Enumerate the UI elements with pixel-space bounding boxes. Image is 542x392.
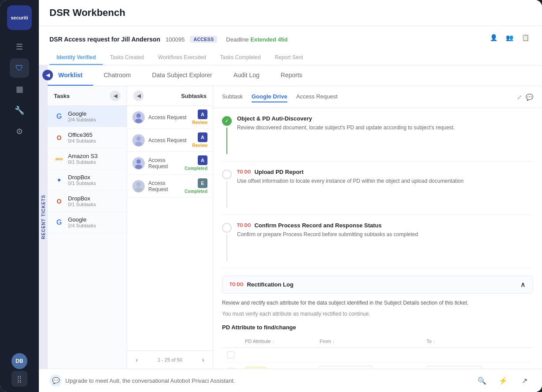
task-name-office365: Office365 (68, 132, 120, 138)
tasks-column-header: Tasks ◀ (48, 86, 127, 106)
col-to: To ↓ (421, 335, 533, 348)
table-row-email: Email my@email.co (222, 362, 533, 369)
dashboard-icon[interactable]: ▦ (10, 79, 29, 99)
dsr-panel: DSR Access request for Jill Anderson 100… (39, 26, 542, 65)
expand-icon[interactable]: ⤢ (517, 94, 522, 101)
group-icon[interactable]: 👥 (503, 31, 516, 44)
tab-tasks-created[interactable]: Tasks Created (103, 51, 151, 65)
dsr-id: 100095 (166, 36, 184, 43)
detail-tab-access-request[interactable]: Access Request (296, 91, 338, 102)
svg-point-2 (136, 136, 141, 141)
tab-worklist[interactable]: Worklist (48, 65, 93, 86)
tab-tasks-completed[interactable]: Tasks Completed (213, 51, 268, 65)
svg-point-0 (136, 113, 141, 118)
detail-tab-google-drive[interactable]: Google Drive (252, 91, 287, 102)
rectification-todo-badge: TO DO (230, 282, 243, 287)
apps-icon[interactable]: ⣿ (11, 371, 27, 387)
subtask-avatar-4 (132, 180, 145, 192)
subtask-avatar-3 (132, 157, 145, 170)
google-logo-1: G (54, 111, 64, 122)
logo-text: securiti (11, 15, 28, 20)
subtasks-pagination: ‹ 1 - 25 of 50 › (127, 351, 213, 369)
rectification-table-title: PD Attribute to find/change (222, 324, 533, 331)
subtask-avatar-1 (132, 111, 145, 124)
pagination-text: 1 - 25 of 50 (158, 357, 182, 362)
subtask-status-3: Completed (184, 166, 207, 171)
subtask-item-4[interactable]: Access Request E Completed (127, 175, 213, 198)
rectification-title: Rectification Log (247, 281, 293, 288)
detail-header: Subtask Google Drive Access Request ⤢ 💬 (213, 86, 542, 108)
task-title-3: Confirm Process Record and Response Stat… (254, 222, 381, 229)
subtask-status-4: Completed (184, 189, 207, 194)
next-page-btn[interactable]: › (199, 355, 207, 364)
recent-tickets-tab[interactable]: ◀ RECENT TICKETS (39, 65, 48, 369)
tab-reports[interactable]: Reports (270, 65, 313, 86)
task-block-2: TO DO Upload PD Report Use offset inform… (222, 169, 533, 215)
task-item-dropbox-2[interactable]: O DropBox 0/1 Subtasks (48, 191, 127, 212)
gear-icon[interactable]: ⚙ (10, 122, 29, 141)
task-name-dropbox-2: DropBox (68, 195, 120, 202)
task-item-office365[interactable]: O Office365 0/4 Subtasks (48, 127, 127, 148)
tasks-label: Tasks (54, 93, 70, 99)
subtask-item-1[interactable]: Access Request A Review (127, 106, 213, 129)
recent-tickets-label: RECENT TICKETS (41, 195, 46, 239)
main-content: DSR Workbench DSR Access request for Jil… (39, 0, 542, 392)
subtask-status-1: Review (192, 120, 207, 125)
app-logo[interactable]: securiti (7, 5, 32, 30)
user-avatar[interactable]: DB (11, 353, 27, 369)
tab-identity-verified[interactable]: Identity Verified (49, 51, 103, 65)
tab-report-sent[interactable]: Report Sent (268, 51, 310, 65)
share-bottom-icon[interactable]: ↗ (517, 373, 531, 388)
aws-logo: aws (54, 154, 64, 164)
menu-icon[interactable]: ☰ (10, 37, 29, 57)
tasks-back-btn[interactable]: ◀ (110, 90, 120, 101)
tab-data-subject-explorer[interactable]: Data Subject Explorer (141, 65, 222, 86)
rectification-header[interactable]: TO DO Rectification Log ∧ (222, 275, 533, 294)
task-name-google-1: Google (68, 110, 120, 117)
main-tabs-area: Worklist Chatroom Data Subject Explorer … (48, 65, 542, 369)
task-item-dropbox-1[interactable]: ✦ DropBox 0/1 Subtasks (48, 170, 127, 191)
svg-point-4 (136, 159, 141, 164)
rectification-desc: Review and rectify each attribute for th… (222, 299, 533, 307)
dropbox-logo-2: O (54, 196, 64, 207)
subtask-badge-4: E (198, 178, 207, 188)
task-desc-2: Use offset information to locate every i… (237, 177, 533, 185)
toggle-panel-btn[interactable]: ◀ (42, 70, 53, 80)
chat-bubble-icon: 💬 (49, 374, 62, 387)
comment-icon[interactable]: 💬 (526, 94, 533, 101)
detail-tab-subtask[interactable]: Subtask (222, 91, 243, 102)
row-header-checkbox[interactable] (227, 351, 234, 358)
subtask-badge-2: A (198, 132, 207, 142)
shield-icon[interactable]: 🛡 (10, 58, 29, 78)
three-col-layout: Tasks ◀ G Google 2/4 Subtasks O (48, 86, 542, 369)
svg-point-6 (136, 182, 141, 187)
tab-chatroom[interactable]: Chatroom (93, 65, 141, 86)
page-title: DSR Workbench (49, 7, 531, 19)
header: DSR Workbench (39, 0, 542, 26)
task-item-google-2[interactable]: G Google 2/4 Subtasks (48, 212, 127, 233)
person-add-icon[interactable]: 👤 (487, 31, 500, 44)
bottom-bar: 💬 Upgrade to meet Auti, the conversation… (39, 369, 542, 392)
search-bottom-icon[interactable]: 🔍 (475, 373, 489, 388)
subtasks-back-btn[interactable]: ◀ (133, 90, 144, 101)
wrench-icon[interactable]: 🔧 (10, 101, 29, 120)
pd-attribute-table: PD Attribute ↓ From ↓ To ↓ (222, 335, 533, 369)
todo-badge-2: TO DO (237, 170, 251, 174)
detail-column: Subtask Google Drive Access Request ⤢ 💬 (213, 86, 542, 369)
svg-point-7 (135, 188, 142, 192)
subtasks-column: ◀ Subtasks Access Request A (127, 86, 213, 369)
subtask-label-2: Access Request (148, 137, 189, 143)
task-item-amazon[interactable]: aws Amazon S3 0/1 Subtasks (48, 148, 127, 170)
book-icon[interactable]: 📋 (519, 31, 531, 44)
google-logo-2: G (54, 217, 64, 228)
tab-workflows-executed[interactable]: Workflows Executed (151, 51, 213, 65)
filter-bottom-icon[interactable]: ⚡ (496, 373, 510, 388)
task-item-google-1[interactable]: G Google 2/4 Subtasks (48, 106, 127, 127)
rectification-section: TO DO Rectification Log ∧ Review and rec… (222, 275, 533, 369)
subtask-item-3[interactable]: Access Request A Completed (127, 152, 213, 175)
subtask-avatar-2 (132, 134, 145, 147)
tab-audit-log[interactable]: Audit Log (223, 65, 270, 86)
prev-page-btn[interactable]: ‹ (132, 355, 141, 364)
col-from: From ↓ (314, 335, 421, 348)
subtask-item-2[interactable]: Access Request A Review (127, 129, 213, 152)
